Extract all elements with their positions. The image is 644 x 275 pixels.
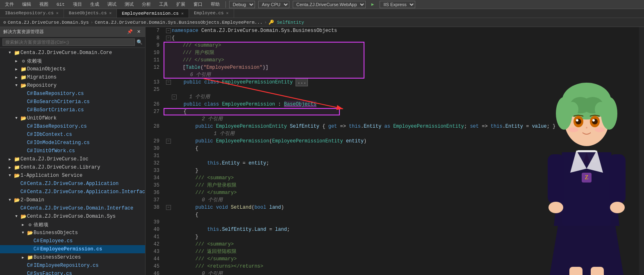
sidebar-search-input[interactable] — [2, 38, 135, 46]
menu-file[interactable]: 文件 — [2, 1, 16, 8]
folder-icon: 📁 — [13, 156, 20, 162]
tab-close-icon[interactable]: ✕ — [181, 11, 184, 16]
menu-view[interactable]: 视图 — [37, 1, 51, 8]
breadcrumb-item1[interactable]: ⚙ — [3, 20, 6, 25]
cs-icon: C# — [26, 99, 34, 105]
svg-rect-27 — [591, 267, 604, 275]
tree-item-domain-interface[interactable]: ▶ C# Centa.ZJ.DriveCurse.Domain.Interfac… — [0, 204, 145, 212]
tree-item-library[interactable]: ▶ 📁 Centa.ZJ.DriveCurse.Library — [0, 163, 145, 171]
top-toolbar: 文件 编辑 视图 Git 项目 生成 调试 测试 分析 工具 扩展 窗口 帮助 … — [0, 0, 644, 9]
anime-character: Z — [529, 46, 644, 275]
tree-item-unitofwork[interactable]: ▼ 📂 UnitOfWork — [0, 114, 145, 122]
code-line-7[interactable]: − namespace Centa.ZJ.DriveCurse.Domain.S… — [166, 27, 639, 34]
menu-extensions[interactable]: 扩展 — [174, 1, 188, 8]
svg-point-21 — [595, 127, 605, 132]
menu-window[interactable]: 窗口 — [191, 1, 205, 8]
tab-label: IBaseRepository.cs — [5, 11, 54, 16]
line-numbers: 7 8 9 10 11 12 13 25 26 27 28 29 30 31 3… — [146, 27, 163, 275]
tree-item-bosortcriteria[interactable]: ▶ C# BoSortCriteria.cs — [0, 106, 145, 114]
tab-ibaserepository[interactable]: IBaseRepository.cs ✕ — [0, 9, 64, 18]
tree-item-baserepository[interactable]: ▶ C# BaseRepository.cs — [0, 90, 145, 98]
cs-icon: C# — [20, 181, 27, 187]
folder-icon: 📁 — [13, 50, 20, 56]
tree-item-businessservices[interactable]: ▶ 📁 BusinessServices — [0, 253, 145, 261]
folder-icon: 📂 — [13, 197, 20, 203]
tab-employeepermission[interactable]: EmployeePermission.cs ✕ — [117, 9, 189, 18]
tab-baseobjects[interactable]: BaseObjects.cs ✕ — [64, 9, 117, 18]
run-btn[interactable]: ▶ — [369, 1, 377, 7]
code-line-8[interactable]: − { — [166, 34, 639, 42]
folder-icon: 📁 — [20, 66, 27, 72]
tree-item-domain[interactable]: ▼ 📂 2-Domain — [0, 196, 145, 204]
tree-item-ioc[interactable]: ▶ 📁 Centa.ZJ.DriveCurse.Ioc — [0, 155, 145, 163]
folder-icon: 📂 — [26, 230, 34, 236]
breadcrumb-ns: Centa.ZJ.DriveCurse.Domain.Sys — [8, 20, 89, 25]
menu-project[interactable]: 项目 — [71, 1, 84, 8]
tree-item-iunitofwork[interactable]: ▶ C# IUnitOfWork.cs — [0, 147, 145, 155]
menu-test[interactable]: 测试 — [122, 1, 136, 8]
menu-help[interactable]: 帮助 — [208, 1, 222, 8]
cs-icon: C# — [26, 132, 34, 138]
cpu-select[interactable]: Any CPU — [258, 1, 289, 8]
cs-icon: C# — [26, 107, 34, 113]
folder-icon: 📂 — [13, 173, 20, 179]
menu-build[interactable]: 生成 — [88, 1, 102, 8]
tree-item-iemployeerepository[interactable]: ▶ C# IEmployeeRepository.cs — [0, 261, 145, 270]
sidebar-title: 解决方案资源管理器 — [3, 29, 44, 35]
sidebar-pin-btn[interactable]: 📌 — [126, 29, 134, 35]
breadcrumb-entity: 🔑 SelfEntity — [269, 20, 304, 25]
tree-item-ionmodelcreating[interactable]: ▶ C# IOnModelCreating.cs — [0, 139, 145, 147]
tree-item-migrations[interactable]: ▶ 📁 Migrations — [0, 73, 145, 81]
cs-icon: C# — [20, 189, 27, 195]
tree-item-domain-core[interactable]: ▼ 📁 Centa.ZJ.DriveCurse.Domain.Core — [0, 49, 145, 57]
iis-select[interactable]: IIS Express — [380, 1, 415, 8]
svg-point-17 — [576, 119, 578, 122]
tree-item-appservice[interactable]: ▼ 📂 1-Application Service — [0, 171, 145, 180]
cs-icon: C# — [26, 148, 34, 154]
tree-item-application-interface[interactable]: ▶ C# Centa.ZJ.DriveCurse.Application.Int… — [0, 188, 145, 196]
tree-item-domain-sys[interactable]: ▼ 📂 Centa.ZJ.DriveCurse.Domain.Sys — [0, 212, 145, 221]
sidebar-header: 解决方案资源管理器 📌 ✕ — [0, 27, 145, 37]
expand-btn-26[interactable]: − — [172, 95, 177, 99]
cs-icon: C# — [26, 124, 34, 129]
tab-close-icon[interactable]: ✕ — [226, 11, 229, 16]
tree-item-sysfactory[interactable]: ▶ C# SysFactory.cs — [0, 270, 145, 275]
tree-item-businessobjects[interactable]: ▼ 📂 BusinessObjects — [0, 229, 145, 237]
tab-close-icon[interactable]: ✕ — [109, 11, 112, 16]
sidebar-close-btn[interactable]: ✕ — [136, 29, 142, 35]
tree-item-ibaserepository[interactable]: ▶ C# IBaseRepository.cs — [0, 122, 145, 131]
tree-item-bosearchcriteria[interactable]: ▶ C# BoSearchCriteria.cs — [0, 98, 145, 106]
svg-text:Z: Z — [585, 174, 589, 180]
ref-icon: ⚙ — [26, 222, 34, 228]
svg-point-11 — [566, 102, 578, 117]
cs-icon: C# — [33, 246, 40, 252]
search-icon: 🔍 — [137, 39, 143, 45]
menu-analyze[interactable]: 分析 — [139, 1, 153, 8]
folder-icon: 📁 — [13, 165, 20, 171]
cs-icon: C# — [26, 91, 34, 97]
menu-tools[interactable]: 工具 — [157, 1, 171, 8]
tree-item-dep1[interactable]: ▶ ⚙ 依赖项 — [0, 57, 145, 65]
tree-item-application[interactable]: ▶ C# Centa.ZJ.DriveCurse.Application — [0, 180, 145, 188]
debug-config-select[interactable]: Debug — [229, 1, 255, 8]
tree-item-repository[interactable]: ▼ 📂 Repository — [0, 81, 145, 90]
menu-edit[interactable]: 编辑 — [20, 1, 34, 8]
tree-item-employeepermission[interactable]: ▶ C# EmployeePermission.cs — [0, 245, 145, 253]
svg-rect-23 — [609, 154, 626, 203]
menu-git[interactable]: Git — [54, 2, 67, 7]
menu-debug[interactable]: 调试 — [105, 1, 119, 8]
app-select[interactable]: Centa.ZJ.DriveCurse.WebApp — [293, 1, 366, 8]
tab-label: BaseObjects.cs — [69, 11, 107, 16]
tab-close-icon[interactable]: ✕ — [56, 11, 59, 16]
tree-item-idbcontext[interactable]: ▶ C# IDbContext.cs — [0, 131, 145, 139]
cs-icon: C# — [26, 271, 34, 275]
tab-employee[interactable]: Employee.cs ✕ — [189, 9, 234, 18]
folder-open-icon: 📂 — [20, 83, 27, 89]
cs-icon: C# — [20, 205, 27, 211]
tree-item-dep2[interactable]: ▶ ⚙ 依赖项 — [0, 221, 145, 229]
tree-item-domainobjects[interactable]: ▶ 📁 DomainObjects — [0, 65, 145, 73]
breadcrumb: ⚙ Centa.ZJ.DriveCurse.Domain.Sys › Centa… — [0, 18, 644, 27]
sidebar-search-bar: 🔍 — [0, 37, 145, 48]
svg-rect-22 — [548, 154, 564, 203]
tree-item-employee[interactable]: ▶ C# Employee.cs — [0, 237, 145, 245]
